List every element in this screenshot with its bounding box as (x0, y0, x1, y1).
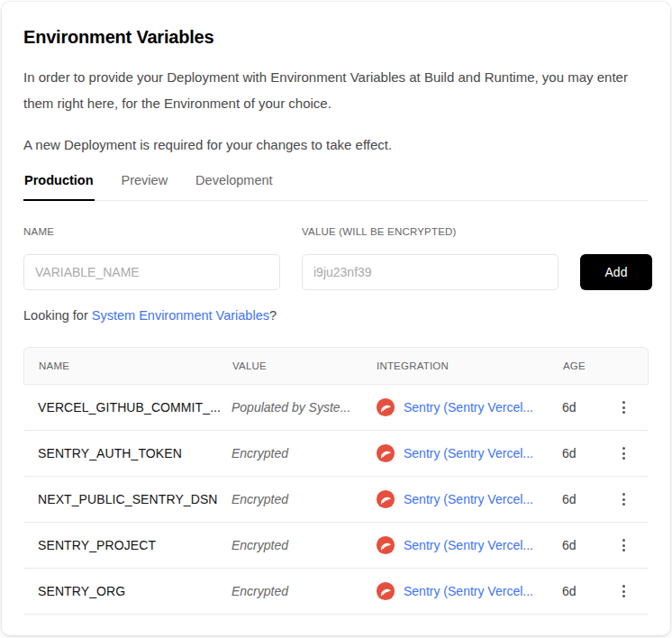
column-header-name: NAME (39, 360, 232, 371)
add-variable-form: NAME VALUE (WILL BE ENCRYPTED) Add (23, 226, 649, 290)
integration-cell: Sentry (Sentry Vercel... (376, 581, 562, 601)
table-row: NEXT_PUBLIC_SENTRY_DSN Encrypted Sentry … (23, 477, 649, 523)
variable-value: Encrypted (232, 584, 376, 598)
variable-age: 6d (562, 584, 613, 598)
variable-value: Encrypted (232, 492, 376, 506)
name-field-group: NAME (23, 226, 280, 290)
value-field-label: VALUE (WILL BE ENCRYPTED) (302, 226, 558, 238)
variable-name-input[interactable] (23, 254, 280, 290)
sentry-icon (376, 535, 395, 555)
row-menu-button[interactable] (613, 488, 634, 510)
name-field-label: NAME (23, 226, 280, 238)
variable-age: 6d (562, 538, 613, 552)
intro-text: In order to provide your Deployment with… (23, 64, 649, 158)
add-button[interactable]: Add (580, 254, 652, 290)
tab-production[interactable]: Production (23, 173, 95, 201)
table-row: SENTRY_PROJECT Encrypted Sentry (Sentry … (23, 523, 649, 569)
integration-cell: Sentry (Sentry Vercel... (376, 443, 562, 463)
variable-age: 6d (562, 446, 613, 460)
variable-value: Populated by Syste... (232, 400, 376, 415)
variable-age: 6d (562, 492, 613, 506)
environment-tabs: Production Preview Development (23, 173, 649, 201)
variable-name: SENTRY_ORG (38, 584, 232, 598)
value-field-group: VALUE (WILL BE ENCRYPTED) (302, 226, 558, 290)
column-header-value: VALUE (232, 360, 377, 371)
row-menu-button[interactable] (613, 534, 634, 556)
integration-cell: Sentry (Sentry Vercel... (376, 397, 562, 417)
variable-value: Encrypted (232, 538, 376, 552)
variable-name: VERCEL_GITHUB_COMMIT_... (38, 400, 232, 415)
variable-name: SENTRY_PROJECT (38, 538, 232, 552)
sentry-icon (376, 443, 395, 463)
variable-age: 6d (562, 400, 613, 415)
variable-name: SENTRY_AUTH_TOKEN (38, 446, 232, 460)
variable-name: NEXT_PUBLIC_SENTRY_DSN (38, 492, 232, 506)
integration-link[interactable]: Sentry (Sentry Vercel... (404, 538, 533, 552)
integration-link[interactable]: Sentry (Sentry Vercel... (404, 400, 533, 415)
row-menu-button[interactable] (613, 396, 634, 418)
page-title: Environment Variables (23, 27, 649, 48)
table-row: SENTRY_ORG Encrypted Sentry (Sentry Verc… (23, 569, 649, 615)
variable-value-input[interactable] (302, 254, 558, 290)
system-env-hint: Looking for System Environment Variables… (23, 306, 649, 324)
integration-cell: Sentry (Sentry Vercel... (376, 489, 562, 509)
tab-preview[interactable]: Preview (121, 173, 169, 201)
variable-value: Encrypted (232, 446, 376, 460)
integration-link[interactable]: Sentry (Sentry Vercel... (404, 446, 533, 460)
sentry-icon (376, 397, 395, 417)
column-header-integration: INTEGRATION (377, 360, 563, 371)
system-env-variables-link[interactable]: System Environment Variables (92, 308, 269, 323)
hint-prefix: Looking for (23, 308, 92, 323)
table-header-row: NAME VALUE INTEGRATION AGE (23, 347, 649, 385)
sentry-icon (376, 581, 395, 601)
environment-variables-panel: Environment Variables In order to provid… (2, 2, 670, 635)
row-menu-button[interactable] (613, 442, 634, 464)
row-menu-button[interactable] (613, 580, 634, 602)
table-row: VERCEL_GITHUB_COMMIT_... Populated by Sy… (23, 385, 649, 431)
environment-variables-table: NAME VALUE INTEGRATION AGE VERCEL_GITHUB… (23, 347, 649, 615)
hint-suffix: ? (269, 308, 277, 323)
integration-link[interactable]: Sentry (Sentry Vercel... (404, 492, 533, 506)
intro-paragraph-2: A new Deployment is required for your ch… (23, 132, 649, 158)
sentry-icon (376, 489, 395, 509)
column-header-age: AGE (563, 360, 612, 371)
integration-cell: Sentry (Sentry Vercel... (376, 535, 562, 555)
intro-paragraph-1: In order to provide your Deployment with… (23, 64, 649, 116)
table-row: SENTRY_AUTH_TOKEN Encrypted Sentry (Sent… (23, 431, 649, 477)
tab-development[interactable]: Development (195, 173, 273, 201)
integration-link[interactable]: Sentry (Sentry Vercel... (404, 584, 533, 598)
